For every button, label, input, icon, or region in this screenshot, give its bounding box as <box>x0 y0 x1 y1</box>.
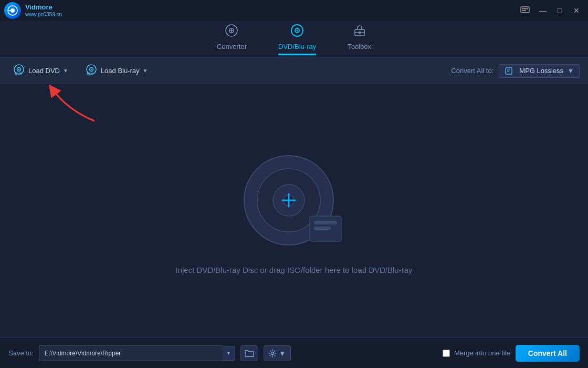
tab-toolbox-label: Toolbox <box>348 43 371 50</box>
merge-checkbox[interactable] <box>443 350 450 357</box>
load-bluray-arrow: ▼ <box>143 68 148 74</box>
svg-rect-31 <box>314 221 337 224</box>
convert-all-button[interactable]: Convert All <box>516 345 580 362</box>
load-dvd-arrow: ▼ <box>63 68 68 74</box>
svg-rect-22 <box>506 68 512 74</box>
converter-icon <box>225 24 238 40</box>
open-folder-button[interactable] <box>240 345 258 361</box>
close-button[interactable]: ✕ <box>569 4 584 17</box>
svg-point-16 <box>18 69 19 70</box>
format-dropdown[interactable]: MPG Lossless ▼ <box>499 64 580 78</box>
save-to-label: Save to: <box>8 349 34 357</box>
toolbar-right: Convert All to: MPG Lossless ▼ <box>451 64 580 78</box>
svg-text:DVD: DVD <box>15 72 22 75</box>
tab-bar: Converter DVD/Blu-ray Toolbox <box>0 21 588 58</box>
svg-rect-4 <box>522 8 528 9</box>
load-bluray-icon: BLU <box>85 63 98 78</box>
app-title: Vidmore <box>25 4 62 11</box>
convert-all-to-label: Convert All to: <box>451 67 494 75</box>
disc-drop-zone[interactable]: Inject DVD/Blu-ray Disc or drag ISO/fold… <box>175 148 412 274</box>
load-dvd-button[interactable]: DVD Load DVD ▼ <box>8 60 72 81</box>
svg-text:BLU: BLU <box>87 72 92 75</box>
svg-point-20 <box>91 69 92 70</box>
tab-converter[interactable]: Converter <box>217 24 247 55</box>
svg-rect-5 <box>522 10 526 11</box>
drop-hint: Inject DVD/Blu-ray Disc or drag ISO/fold… <box>175 265 412 274</box>
svg-rect-32 <box>314 227 331 230</box>
title-bar-controls: — □ ✕ <box>517 4 584 17</box>
svg-point-10 <box>297 29 298 31</box>
tab-toolbox[interactable]: Toolbox <box>348 24 371 55</box>
svg-rect-3 <box>521 7 529 13</box>
title-text-block: Vidmore www.pc0359.cn <box>25 4 62 17</box>
tab-dvd-bluray[interactable]: DVD/Blu-ray <box>278 24 316 55</box>
toolbox-icon <box>353 24 366 40</box>
load-dvd-icon: DVD <box>13 63 25 78</box>
settings-button[interactable]: ▼ <box>264 345 291 361</box>
title-bar: Vidmore www.pc0359.cn — □ ✕ <box>0 0 588 21</box>
tab-converter-label: Converter <box>217 43 247 50</box>
path-dropdown-button[interactable]: ▼ <box>223 346 235 361</box>
path-wrapper: ▼ <box>39 345 235 361</box>
save-path-input[interactable] <box>39 345 223 361</box>
format-dropdown-arrow: ▼ <box>568 67 574 75</box>
tab-dvd-bluray-label: DVD/Blu-ray <box>278 43 316 50</box>
main-content: Inject DVD/Blu-ray Disc or drag ISO/fold… <box>0 84 588 338</box>
load-bluray-label: Load Blu-ray <box>101 67 140 75</box>
svg-point-33 <box>271 352 274 354</box>
svg-point-1 <box>10 8 15 13</box>
app-logo <box>4 2 21 19</box>
maximize-button[interactable]: □ <box>552 4 567 17</box>
disc-illustration <box>236 148 352 253</box>
minimize-button[interactable]: — <box>536 4 550 17</box>
load-dvd-label: Load DVD <box>28 67 60 75</box>
title-bar-left: Vidmore www.pc0359.cn <box>4 2 62 19</box>
format-value: MPG Lossless <box>519 67 563 75</box>
merge-label: Merge into one file <box>454 349 510 357</box>
chat-button[interactable] <box>517 4 533 17</box>
bottom-bar: Save to: ▼ ▼ Merge into one file Convert… <box>0 338 588 368</box>
merge-checkbox-area: Merge into one file <box>443 349 510 357</box>
settings-dropdown-arrow: ▼ <box>279 349 286 357</box>
load-bluray-button[interactable]: BLU Load Blu-ray ▼ <box>81 60 152 81</box>
app-subtitle: www.pc0359.cn <box>25 12 62 17</box>
dvd-bluray-icon <box>290 24 304 40</box>
toolbar: DVD Load DVD ▼ BLU Load Blu-ray ▼ Conver… <box>0 58 588 84</box>
svg-rect-13 <box>359 32 361 34</box>
